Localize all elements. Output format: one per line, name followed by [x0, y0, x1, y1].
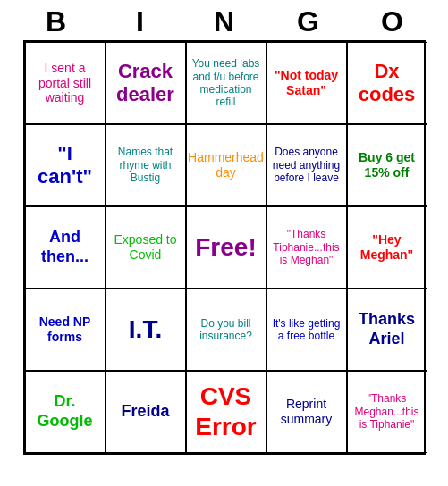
bingo-cell-13: "Thanks Tiphanie...this is Meghan" [266, 206, 347, 289]
bingo-cell-7: Hammerhead day [186, 124, 266, 206]
letter-n: N [186, 5, 263, 38]
bingo-cell-14: "Hey Meghan" [347, 206, 427, 289]
letter-b: B [18, 5, 95, 38]
bingo-cell-11: Exposed to Covid [106, 206, 186, 289]
bingo-cell-16: I.T. [106, 289, 186, 371]
bingo-cell-21: Freida [106, 371, 186, 453]
bingo-cell-5: "I can't" [25, 124, 106, 206]
bingo-cell-18: It's like getting a free bottle [266, 289, 347, 371]
bingo-cell-12: Free! [186, 206, 266, 289]
bingo-cell-6: Names that rhyme with Bustig [106, 124, 186, 206]
bingo-cell-15: Need NP forms [25, 289, 106, 371]
bingo-cell-17: Do you bill insurance? [186, 289, 266, 371]
bingo-cell-9: Buy 6 get 15% off [347, 124, 427, 206]
bingo-cell-3: "Not today Satan" [266, 42, 347, 124]
bingo-cell-8: Does anyone need anything before I leave [266, 124, 347, 206]
letter-i: I [102, 5, 179, 38]
bingo-cell-22: CVS Error [186, 371, 266, 453]
bingo-cell-20: Dr. Google [25, 371, 106, 453]
bingo-cell-4: Dx codes [347, 42, 427, 124]
bingo-cell-1: Crack dealer [106, 42, 186, 124]
bingo-cell-19: Thanks Ariel [347, 289, 427, 371]
bingo-cell-10: And then... [25, 206, 106, 289]
bingo-header: B I N G O [14, 0, 435, 40]
bingo-grid: I sent a portal still waitingCrack deale… [23, 40, 426, 455]
bingo-cell-0: I sent a portal still waiting [25, 42, 106, 124]
bingo-cell-2: You need labs and f/u before medication … [186, 42, 266, 124]
letter-o: O [354, 5, 431, 38]
bingo-cell-23: Reprint summary [266, 371, 347, 453]
letter-g: G [270, 5, 347, 38]
bingo-cell-24: "Thanks Meghan...this is Tiphanie" [347, 371, 427, 453]
